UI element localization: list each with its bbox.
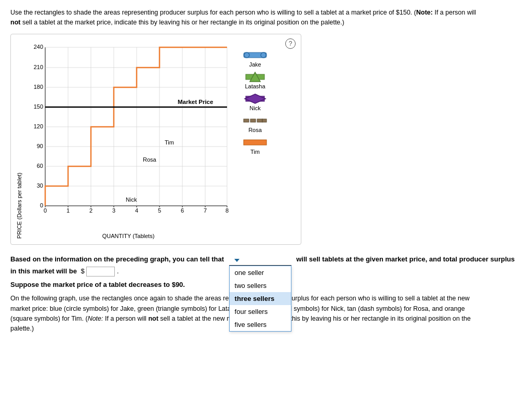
nick-icon bbox=[243, 94, 268, 104]
latasha-label: Latasha bbox=[245, 83, 265, 89]
nick-chart-label: Nick bbox=[126, 196, 137, 203]
instructions-text: Use the rectangles to shade the areas re… bbox=[10, 8, 478, 28]
option-three-sellers[interactable]: three sellers bbox=[230, 292, 291, 305]
option-four-sellers[interactable]: four sellers bbox=[230, 305, 291, 318]
legend-item-jake: Jake bbox=[243, 50, 268, 68]
svg-text:5: 5 bbox=[158, 207, 161, 214]
svg-text:2: 2 bbox=[89, 207, 92, 214]
legend-item-rosa: Rosa bbox=[243, 115, 268, 133]
note-label: Note: bbox=[416, 9, 433, 16]
svg-text:3: 3 bbox=[112, 207, 115, 214]
dropdown-menu: one seller two sellers three sellers fou… bbox=[229, 266, 291, 332]
svg-rect-56 bbox=[262, 119, 267, 122]
svg-text:8: 8 bbox=[225, 207, 229, 214]
rosa-chart-label: Rosa bbox=[143, 156, 157, 163]
latasha-icon bbox=[243, 72, 268, 82]
svg-text:120: 120 bbox=[34, 123, 43, 129]
dropdown-trigger[interactable] bbox=[229, 256, 291, 266]
svg-rect-54 bbox=[250, 119, 256, 122]
dropdown-arrow-icon bbox=[234, 259, 240, 262]
chart-svg: 0 30 60 90 120 150 180 210 240 0 1 2 3 4… bbox=[24, 40, 232, 232]
svg-point-48 bbox=[261, 52, 266, 58]
legend-item-nick: Nick bbox=[243, 94, 268, 111]
jake-label: Jake bbox=[249, 61, 261, 68]
svg-text:90: 90 bbox=[37, 143, 43, 149]
currency-symbol: $ bbox=[81, 267, 85, 275]
surplus-input[interactable] bbox=[86, 267, 115, 277]
svg-text:0: 0 bbox=[40, 202, 43, 208]
svg-text:0: 0 bbox=[44, 207, 47, 214]
option-five-sellers[interactable]: five sellers bbox=[230, 318, 291, 331]
jake-icon bbox=[243, 50, 268, 60]
y-axis-label: PRICE (Dollars per tablet) bbox=[16, 173, 22, 239]
option-two-sellers[interactable]: two sellers bbox=[230, 279, 291, 292]
question-text-before: Based on the information on the precedin… bbox=[10, 255, 226, 263]
market-price-label: Market Price bbox=[178, 99, 213, 105]
svg-rect-53 bbox=[244, 119, 249, 122]
legend-item-latasha: Latasha bbox=[243, 72, 268, 89]
tim-label: Tim bbox=[250, 149, 260, 155]
tim-icon bbox=[243, 137, 268, 148]
svg-text:240: 240 bbox=[34, 44, 43, 50]
svg-text:150: 150 bbox=[34, 103, 43, 110]
legend-area: Jake Latasha Nick Rosa bbox=[243, 40, 268, 155]
svg-text:6: 6 bbox=[181, 207, 184, 214]
svg-text:210: 210 bbox=[34, 64, 43, 70]
svg-point-47 bbox=[244, 52, 249, 58]
svg-rect-55 bbox=[257, 119, 262, 122]
legend-item-tim: Tim bbox=[243, 137, 268, 155]
svg-text:30: 30 bbox=[37, 182, 43, 189]
svg-text:1: 1 bbox=[66, 207, 70, 214]
svg-text:60: 60 bbox=[37, 163, 43, 169]
help-icon[interactable]: ? bbox=[285, 38, 296, 49]
tim-chart-label: Tim bbox=[165, 139, 174, 146]
chart-area: PRICE (Dollars per tablet) bbox=[16, 40, 232, 239]
question-section: Based on the information on the precedin… bbox=[10, 254, 522, 277]
option-one-seller[interactable]: one seller bbox=[230, 266, 291, 279]
nick-label: Nick bbox=[249, 105, 260, 111]
chart-inner: 0 30 60 90 120 150 180 210 240 0 1 2 3 4… bbox=[24, 40, 232, 239]
svg-rect-57 bbox=[244, 140, 267, 145]
dropdown-wrapper[interactable]: one seller two sellers three sellers fou… bbox=[229, 254, 291, 266]
x-axis-label: QUANTITY (Tablets) bbox=[24, 233, 232, 239]
not-text: not bbox=[10, 19, 20, 26]
rosa-icon bbox=[243, 115, 268, 126]
svg-text:7: 7 bbox=[204, 207, 207, 214]
svg-marker-52 bbox=[245, 94, 265, 103]
rosa-label: Rosa bbox=[248, 127, 262, 133]
svg-text:180: 180 bbox=[34, 84, 43, 90]
period: . bbox=[117, 267, 119, 275]
svg-text:4: 4 bbox=[135, 207, 138, 214]
graph-container: ? PRICE (Dollars per tablet) bbox=[10, 34, 301, 245]
